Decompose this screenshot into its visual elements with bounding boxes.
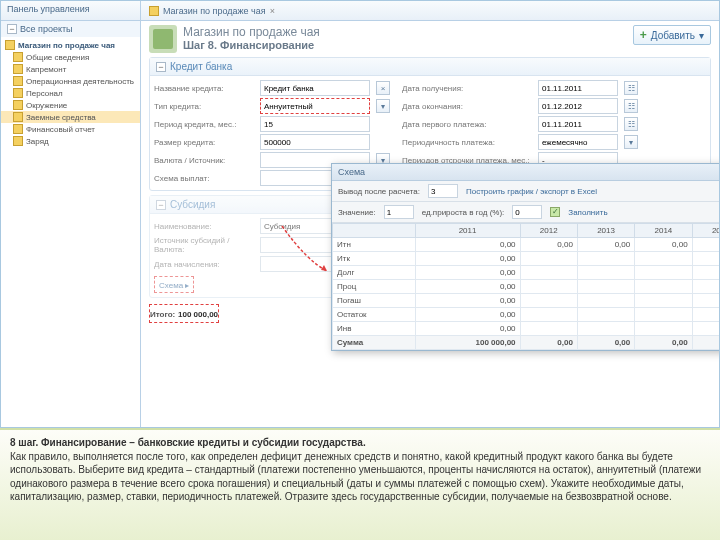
- label: Дата начисления:: [154, 260, 254, 269]
- project-logo: [149, 25, 177, 53]
- chevron-down-icon: ▾: [699, 30, 704, 41]
- collapse-icon[interactable]: −: [7, 24, 17, 34]
- measure-input[interactable]: [384, 205, 414, 219]
- label: Значение:: [338, 208, 376, 217]
- tree-item[interactable]: Операционная деятельность: [1, 75, 140, 87]
- tree-item[interactable]: Общие сведения: [1, 51, 140, 63]
- tree-item[interactable]: Персонал: [1, 87, 140, 99]
- label: Наименование:: [154, 222, 254, 231]
- section-title: Кредит банка: [170, 61, 232, 72]
- table-row: Инв0,00: [333, 322, 720, 336]
- collapse-icon[interactable]: −: [156, 62, 166, 72]
- collapse-icon[interactable]: −: [156, 200, 166, 210]
- panel-label: Панель управления: [1, 1, 141, 20]
- page-title: Магазин по продаже чая: [183, 25, 320, 39]
- calendar-button[interactable]: ☷: [624, 99, 638, 113]
- popup-title: Схема: [332, 164, 719, 181]
- label: Периодичность платежа:: [402, 138, 532, 147]
- label: Дата получения:: [402, 84, 532, 93]
- calendar-button[interactable]: ☷: [624, 81, 638, 95]
- tab-project[interactable]: Магазин по продаже чая ×: [141, 1, 283, 20]
- doc-icon: [13, 52, 23, 62]
- page-step: Шаг 8. Финансирование: [183, 39, 320, 51]
- tree-item[interactable]: Окружение: [1, 99, 140, 111]
- label: Валюта / Источник:: [154, 156, 254, 165]
- date-end-input[interactable]: [538, 98, 618, 114]
- credit-name-input[interactable]: [260, 80, 370, 96]
- label: Вывод после расчета:: [338, 187, 420, 196]
- growth-input[interactable]: [512, 205, 542, 219]
- clear-button[interactable]: ×: [376, 81, 390, 95]
- period-input[interactable]: [538, 134, 618, 150]
- label: Схема выплат:: [154, 174, 254, 183]
- doc-icon: [13, 100, 23, 110]
- table-row: Погаш0,00: [333, 294, 720, 308]
- footer-note: 8 шаг. Финансирование – банковские креди…: [0, 428, 720, 540]
- fill-link[interactable]: Заполнить: [568, 208, 607, 217]
- content: Магазин по продаже чая Шаг 8. Финансиров…: [141, 21, 719, 427]
- label: Размер кредита:: [154, 138, 254, 147]
- doc-icon: [13, 112, 23, 122]
- total-label: Итого:: [150, 310, 175, 319]
- folder-icon: [5, 40, 15, 50]
- label: Название кредита:: [154, 84, 254, 93]
- tree-item[interactable]: Капремонт: [1, 63, 140, 75]
- footer-heading: 8 шаг. Финансирование – банковские креди…: [10, 437, 366, 448]
- tab-label: Магазин по продаже чая: [163, 6, 266, 16]
- table-row: Итк0,00: [333, 252, 720, 266]
- amount-input[interactable]: [260, 134, 370, 150]
- close-icon[interactable]: ×: [270, 6, 275, 16]
- label: Дата окончания:: [402, 102, 532, 111]
- table-row-sum: Сумма100 000,000,000,000,000,00: [333, 336, 720, 350]
- scheme-link[interactable]: Схема ▸: [159, 281, 189, 290]
- label: Дата первого платежа:: [402, 120, 532, 129]
- add-button[interactable]: +Добавить▾: [633, 25, 711, 45]
- tree-item[interactable]: Финансовый отчет: [1, 123, 140, 135]
- plus-icon: +: [640, 28, 647, 42]
- topbar: Панель управления Магазин по продаже чая…: [1, 1, 719, 21]
- table-row: Долг0,00: [333, 266, 720, 280]
- term-input[interactable]: [260, 116, 370, 132]
- popup-scheme: Схема Вывод после расчета: Построить гра…: [331, 163, 719, 351]
- sidebar-header[interactable]: − Все проекты: [1, 21, 140, 37]
- doc-icon: [13, 64, 23, 74]
- tree-item[interactable]: Заряд: [1, 135, 140, 147]
- dropdown-button[interactable]: ▾: [376, 99, 390, 113]
- footer-text: Как правило, выполняется после того, как…: [10, 451, 701, 503]
- date-first-input[interactable]: [538, 116, 618, 132]
- table-row: Проц0,00: [333, 280, 720, 294]
- date-get-input[interactable]: [538, 80, 618, 96]
- tree-item-financing[interactable]: Заемные средства: [1, 111, 140, 123]
- year-after-input[interactable]: [428, 184, 458, 198]
- section-title: Субсидия: [170, 199, 215, 210]
- total-value: 100 000,00: [178, 310, 218, 319]
- label: Тип кредита:: [154, 102, 254, 111]
- tree-root[interactable]: Магазин по продаже чая: [1, 39, 140, 51]
- sidebar: − Все проекты Магазин по продаже чая Общ…: [1, 21, 141, 427]
- label: Источник субсидий / Валюта:: [154, 236, 254, 254]
- table-row: Итн0,000,000,000,000,00: [333, 238, 720, 252]
- project-icon: [149, 6, 159, 16]
- excel-link[interactable]: Построить график / экспорт в Excel: [466, 187, 597, 196]
- doc-icon: [13, 88, 23, 98]
- dropdown-button[interactable]: ▾: [624, 135, 638, 149]
- label: ед.прироста в год (%):: [422, 208, 505, 217]
- calendar-button[interactable]: ☷: [624, 117, 638, 131]
- doc-icon: [13, 136, 23, 146]
- table-row: Остаток0,00: [333, 308, 720, 322]
- check-icon[interactable]: ✓: [550, 207, 560, 217]
- doc-icon: [13, 124, 23, 134]
- scheme-table: 20112012201320142015 Итн0,000,000,000,00…: [332, 223, 719, 350]
- doc-icon: [13, 76, 23, 86]
- label: Период кредита, мес.:: [154, 120, 254, 129]
- credit-type-input[interactable]: [260, 98, 370, 114]
